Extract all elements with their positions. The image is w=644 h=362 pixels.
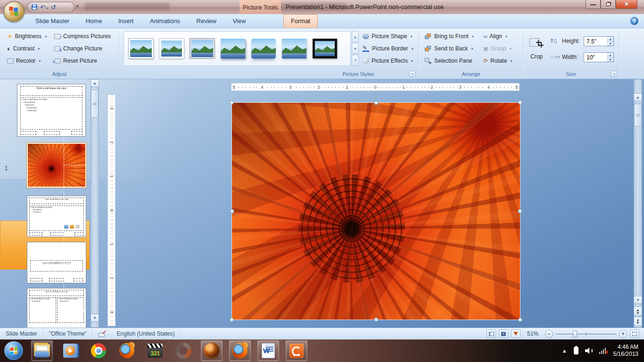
help-icon[interactable]: ?	[630, 17, 638, 25]
tab-home[interactable]: Home	[79, 15, 109, 28]
taskbar-firefox[interactable]	[116, 340, 138, 361]
network-icon[interactable]: ✕	[599, 347, 607, 354]
zoom-in-button[interactable]: +	[619, 330, 627, 338]
taskbar-faded-app[interactable]	[173, 340, 194, 361]
undo-dropdown-icon[interactable]: ▾	[46, 6, 48, 10]
view-name-status[interactable]: Slide Master	[0, 328, 43, 339]
taskbar-orb-app[interactable]	[201, 340, 223, 361]
normal-view-button[interactable]	[487, 329, 496, 338]
taskbar-powerpoint[interactable]	[286, 340, 307, 361]
picture-effects-button[interactable]: Picture Effects ▾	[361, 56, 414, 66]
tab-review[interactable]: Review	[190, 15, 224, 28]
change-picture-button[interactable]: ↻ Change Picture	[53, 43, 104, 54]
resize-handle-top-right[interactable]	[518, 100, 522, 105]
tab-animations[interactable]: Animations	[143, 15, 187, 28]
resize-handle-left[interactable]	[230, 209, 234, 213]
send-to-back-button[interactable]: Send to Back ▾	[423, 43, 474, 54]
battery-icon[interactable]	[574, 347, 578, 354]
tab-format[interactable]: Format	[283, 14, 318, 28]
picture-style-thumbnail[interactable]	[251, 39, 276, 58]
layout-thumbnail[interactable]: Click to edit Master title style ▪ Click…	[27, 196, 86, 237]
taskbar-media-player-classic[interactable]: 321	[144, 340, 166, 361]
resize-handle-bottom-right[interactable]	[518, 318, 522, 322]
resize-handle-bottom-left[interactable]	[230, 318, 234, 322]
size-dialog-launcher[interactable]: ↘	[611, 71, 617, 77]
restore-button[interactable]	[601, 0, 616, 9]
speaker-icon[interactable]	[585, 347, 593, 354]
gallery-scroll-up-button[interactable]: ▲	[352, 31, 359, 42]
selection-pane-button[interactable]: ➤ Selection Pane	[423, 56, 474, 66]
picture-style-thumbnail[interactable]	[159, 39, 184, 58]
office-button[interactable]	[3, 1, 25, 22]
scroll-up-button[interactable]: ▲	[634, 93, 642, 101]
scroll-up-button[interactable]: ▲	[91, 79, 99, 87]
theme-name-status[interactable]: "Office Theme"	[43, 328, 92, 339]
rotate-button[interactable]: ⟳ Rotate ▾	[482, 56, 513, 66]
language-status[interactable]: English (United States)	[111, 328, 181, 339]
redo-icon[interactable]: ↺	[51, 4, 56, 10]
align-button[interactable]: ⫤ Align ▾	[482, 31, 509, 41]
brightness-button[interactable]: ☀ Brightness ▾	[6, 31, 48, 41]
scroll-down-button[interactable]: ▼	[634, 296, 642, 304]
layout-thumbnail[interactable]: CLICK TO EDIT MASTER TITLE STYLE	[27, 242, 86, 283]
picture-style-thumbnail[interactable]	[129, 39, 153, 58]
recolor-button[interactable]: Recolor ▾	[6, 56, 42, 66]
group-button[interactable]: ▣ Group ▾	[482, 43, 513, 54]
taskbar-word[interactable]: W	[257, 340, 279, 361]
scrollbar-thumb[interactable]	[634, 104, 642, 126]
flower-picture[interactable]	[232, 103, 520, 320]
resize-handle-bottom[interactable]	[374, 318, 378, 321]
picture-style-thumbnail[interactable]	[221, 39, 245, 58]
next-slide-button[interactable]: ▼▼	[634, 317, 642, 326]
tab-slide-master[interactable]: Slide Master	[28, 15, 76, 28]
fit-to-window-button[interactable]	[630, 329, 639, 338]
customize-quick-access-icon[interactable]: ▾	[76, 4, 79, 8]
picture-style-thumbnail[interactable]	[282, 39, 306, 58]
crop-button[interactable]: Crop	[526, 31, 547, 67]
picture-style-thumbnail[interactable]	[313, 39, 337, 58]
contrast-button[interactable]: ◐ Contrast ▾	[6, 43, 41, 54]
undo-icon[interactable]: ↶▾	[40, 4, 48, 10]
scroll-down-button[interactable]: ▼	[91, 314, 99, 322]
slide-show-button[interactable]	[511, 329, 520, 338]
zoom-out-button[interactable]: –	[545, 330, 553, 338]
width-spin-up-button[interactable]: ▲	[607, 53, 613, 58]
reset-picture-button[interactable]: ↶ Reset Picture	[53, 56, 99, 66]
spelling-status[interactable]: ✓	[93, 328, 111, 339]
taskbar-media-player[interactable]	[59, 340, 81, 361]
height-spin-down-button[interactable]: ▼	[607, 41, 613, 46]
zoom-slider-thumb[interactable]	[573, 330, 577, 337]
tab-view[interactable]: View	[226, 15, 253, 28]
tray-expand-icon[interactable]: ▲	[562, 348, 567, 354]
master-slide-thumbnail[interactable]: Click to edit Master title style ▪ Click…	[17, 84, 86, 137]
start-button[interactable]	[3, 340, 25, 361]
picture-styles-dialog-launcher[interactable]: ↘	[409, 71, 415, 77]
bring-to-front-button[interactable]: Bring to Front ▾	[423, 31, 475, 41]
picture-style-thumbnail[interactable]	[190, 39, 215, 58]
minimize-button[interactable]: —	[586, 0, 601, 9]
picture-border-button[interactable]: ✎ Picture Border ▾	[361, 43, 415, 54]
gallery-scroll-down-button[interactable]: ▼	[352, 43, 359, 54]
height-spin-up-button[interactable]: ▲	[607, 37, 613, 41]
slide-sorter-button[interactable]	[499, 329, 508, 338]
previous-slide-button[interactable]: ▲▲	[634, 306, 642, 316]
clock[interactable]: 4:46 AM 5/16/2013	[613, 344, 638, 358]
resize-handle-top-left[interactable]	[230, 100, 234, 105]
resize-handle-right[interactable]	[518, 209, 522, 213]
tab-insert[interactable]: Insert	[111, 15, 141, 28]
taskbar-windows-explorer[interactable]	[31, 340, 53, 361]
gallery-more-button[interactable]: ⊽	[352, 55, 359, 66]
width-spin-down-button[interactable]: ▼	[607, 58, 613, 62]
resize-handle-top[interactable]	[374, 101, 378, 105]
zoom-level[interactable]: 51%	[523, 330, 542, 337]
close-button[interactable]: ✕	[616, 0, 637, 9]
taskbar-firefox-window[interactable]	[229, 340, 251, 361]
picture-styles-group-label: Picture Styles	[302, 70, 415, 78]
save-icon[interactable]	[32, 4, 37, 10]
picture-shape-button[interactable]: Picture Shape ▾	[361, 31, 413, 41]
taskbar-chrome[interactable]	[88, 340, 109, 361]
compress-pictures-button[interactable]: ⤢ Compress Pictures	[53, 31, 112, 41]
scrollbar-thumb[interactable]	[91, 90, 99, 118]
layout-thumbnail[interactable]: Click to edit Master title style ▪ Click…	[27, 288, 86, 328]
zoom-slider[interactable]	[556, 330, 616, 338]
